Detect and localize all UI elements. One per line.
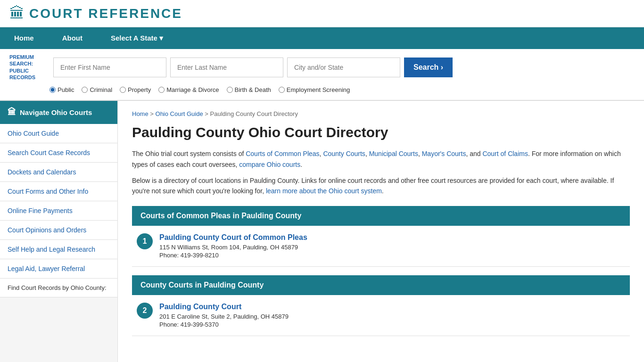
- sidebar: 🏛 Navigate Ohio Courts Ohio Court Guide …: [0, 101, 118, 362]
- sidebar-county-label: Find Court Records by Ohio County:: [0, 279, 117, 297]
- nav-about[interactable]: About: [48, 27, 97, 49]
- main-content: 🏛 Navigate Ohio Courts Ohio Court Guide …: [0, 101, 644, 362]
- city-state-input[interactable]: [287, 58, 400, 77]
- county-courts-section: County Courts in Paulding County 2 Pauld…: [132, 275, 630, 336]
- sidebar-item-self-help[interactable]: Self Help and Legal Research: [0, 240, 117, 259]
- common-pleas-header: Courts of Common Pleas in Paulding Count…: [132, 206, 630, 226]
- common-pleas-section: Courts of Common Pleas in Paulding Count…: [132, 206, 630, 267]
- link-compare-courts[interactable]: compare Ohio courts: [239, 161, 300, 168]
- court-number-1: 1: [137, 233, 153, 249]
- county-courts-header: County Courts in Paulding County: [132, 275, 630, 295]
- search-button[interactable]: Search ›: [404, 58, 453, 77]
- sidebar-item-online-fine-payments[interactable]: Online Fine Payments: [0, 201, 117, 221]
- nav-home[interactable]: Home: [0, 27, 48, 49]
- radio-property[interactable]: Property: [120, 86, 151, 93]
- court-name-2[interactable]: Paulding County Court: [159, 303, 289, 311]
- nav-select-state[interactable]: Select A State ▾: [97, 27, 177, 49]
- sidebar-header-label: Navigate Ohio Courts: [20, 108, 92, 116]
- link-county-courts[interactable]: County Courts: [323, 150, 365, 157]
- court-name-1[interactable]: Paulding County Court of Common Pleas: [159, 233, 307, 242]
- radio-employment[interactable]: Employment Screening: [279, 86, 350, 93]
- sidebar-item-search-court-case-records[interactable]: Search Court Case Records: [0, 143, 117, 163]
- breadcrumb-home[interactable]: Home: [132, 110, 149, 117]
- court-entry-2: 2 Paulding County Court 201 E Caroline S…: [132, 295, 630, 336]
- link-common-pleas[interactable]: Courts of Common Pleas: [246, 150, 319, 157]
- court-phone-2: Phone: 419-399-5370: [159, 321, 289, 328]
- page-title: Paulding County Ohio Court Directory: [132, 124, 630, 141]
- link-mayors-courts[interactable]: Mayor's Courts: [422, 150, 466, 157]
- court-address-2: 201 E Caroline St, Suite 2, Paulding, OH…: [159, 313, 289, 320]
- intro-paragraph-1: The Ohio trial court system consists of …: [132, 148, 630, 170]
- courthouse-icon: 🏛: [8, 107, 16, 117]
- radio-birth-death[interactable]: Birth & Death: [227, 86, 271, 93]
- court-number-2: 2: [137, 303, 153, 319]
- sidebar-item-court-forms[interactable]: Court Forms and Other Info: [0, 182, 117, 201]
- logo-icon: 🏛: [9, 5, 25, 22]
- link-court-of-claims[interactable]: Court of Claims: [482, 150, 528, 157]
- court-info-2: Paulding County Court 201 E Caroline St,…: [159, 303, 289, 328]
- breadcrumb: Home > Ohio Court Guide > Paulding Count…: [132, 110, 630, 117]
- court-entry-1: 1 Paulding County Court of Common Pleas …: [132, 226, 630, 267]
- sidebar-item-dockets-calendars[interactable]: Dockets and Calendars: [0, 163, 117, 182]
- radio-public[interactable]: Public: [50, 86, 74, 93]
- sidebar-item-ohio-court-guide[interactable]: Ohio Court Guide: [0, 124, 117, 143]
- premium-label: PREMIUM SEARCH: PUBLIC RECORDS: [9, 54, 47, 81]
- link-learn-more[interactable]: learn more about the Ohio court system: [266, 187, 382, 195]
- site-header: 🏛 COURT REFERENCE: [0, 0, 644, 27]
- link-municipal-courts[interactable]: Municipal Courts: [369, 150, 418, 157]
- court-phone-1: Phone: 419-399-8210: [159, 252, 307, 259]
- record-type-radio-group: Public Criminal Property Marriage & Divo…: [9, 84, 635, 95]
- page-content: Home > Ohio Court Guide > Paulding Count…: [118, 101, 644, 362]
- breadcrumb-guide[interactable]: Ohio Court Guide: [156, 110, 203, 117]
- intro-paragraph-2: Below is a directory of court locations …: [132, 175, 630, 197]
- court-info-1: Paulding County Court of Common Pleas 11…: [159, 233, 307, 259]
- sidebar-item-court-opinions[interactable]: Court Opinions and Orders: [0, 221, 117, 240]
- sidebar-item-legal-aid[interactable]: Legal Aid, Lawyer Referral: [0, 259, 117, 279]
- court-address-1: 115 N Williams St, Room 104, Paulding, O…: [159, 244, 307, 251]
- radio-marriage-divorce[interactable]: Marriage & Divorce: [158, 86, 219, 93]
- radio-criminal[interactable]: Criminal: [82, 86, 112, 93]
- main-nav: Home About Select A State ▾: [0, 27, 644, 49]
- search-bar: PREMIUM SEARCH: PUBLIC RECORDS Search › …: [0, 49, 644, 101]
- logo-text: COURT REFERENCE: [29, 6, 182, 21]
- breadcrumb-current: Paulding County Court Directory: [210, 110, 298, 117]
- sidebar-header: 🏛 Navigate Ohio Courts: [0, 101, 117, 124]
- first-name-input[interactable]: [53, 58, 166, 77]
- last-name-input[interactable]: [170, 58, 283, 77]
